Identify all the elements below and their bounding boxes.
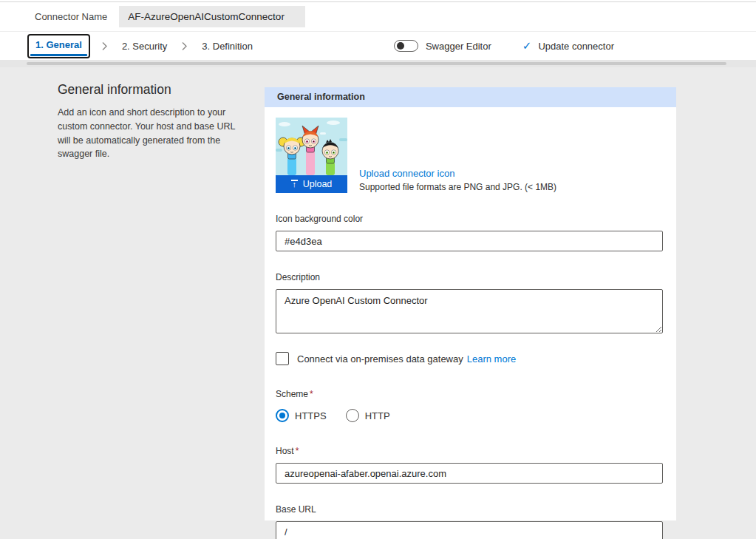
tab-general[interactable]: 1. General xyxy=(27,34,90,58)
panel-body: ↑ Upload Upload connector icon Supported… xyxy=(265,107,676,539)
tab-security[interactable]: 2. Security xyxy=(119,36,170,56)
toggle-knob xyxy=(397,42,404,50)
description-label: Description xyxy=(276,272,663,282)
base-url-field: Base URL xyxy=(276,504,663,539)
icon-upload-row: ↑ Upload Upload connector icon Supported… xyxy=(276,118,663,193)
gateway-label: Connect via on-premises data gateway xyxy=(297,353,463,365)
connector-editor-app: Connector Name 1. General 2. Security 3.… xyxy=(0,0,756,539)
learn-more-link[interactable]: Learn more xyxy=(467,353,516,365)
active-tab-underline xyxy=(30,54,87,56)
scheme-https-label: HTTPS xyxy=(295,410,327,421)
update-connector-label: Update connector xyxy=(538,41,614,52)
swagger-editor-label: Swagger Editor xyxy=(426,41,491,52)
scheme-option-https[interactable]: HTTPS xyxy=(276,409,327,422)
scheme-field: Scheme* HTTPS HTTP xyxy=(276,389,663,422)
connector-name-label: Connector Name xyxy=(35,11,107,22)
icon-background-color-label: Icon background color xyxy=(276,214,663,224)
swagger-editor-toggle[interactable] xyxy=(394,40,418,52)
section-description: Add an icon and short description to you… xyxy=(58,106,244,161)
main-content: General information Add an icon and shor… xyxy=(0,67,756,539)
required-marker: * xyxy=(310,389,313,399)
update-connector-button[interactable]: ✓ Update connector xyxy=(522,39,614,52)
section-title: General information xyxy=(58,82,244,98)
host-field: Host* xyxy=(276,446,663,484)
horizontal-scrollbar xyxy=(0,60,756,67)
checkmark-icon: ✓ xyxy=(522,39,532,52)
scheme-options: HTTPS HTTP xyxy=(276,409,663,422)
required-marker: * xyxy=(296,446,299,456)
scheme-option-http[interactable]: HTTP xyxy=(346,409,390,422)
description-textarea[interactable]: Azure OpenAI Custom Connector xyxy=(276,289,663,333)
scheme-label: Scheme* xyxy=(276,389,663,399)
base-url-input[interactable] xyxy=(276,521,663,539)
upload-button[interactable]: ↑ Upload xyxy=(276,175,347,193)
radio-unselected-icon xyxy=(346,409,359,422)
connector-name-bar: Connector Name xyxy=(0,2,756,32)
host-input[interactable] xyxy=(276,463,663,484)
upload-arrow-icon: ↑ xyxy=(291,180,298,189)
upload-button-label: Upload xyxy=(303,179,333,189)
upload-connector-icon-link[interactable]: Upload connector icon xyxy=(359,168,556,179)
connector-icon-image xyxy=(276,118,347,175)
gateway-checkbox[interactable] xyxy=(276,352,289,365)
description-field: Description Azure OpenAI Custom Connecto… xyxy=(276,272,663,336)
scheme-http-label: HTTP xyxy=(365,410,390,421)
upload-help: Upload connector icon Supported file for… xyxy=(359,168,556,193)
chevron-right-icon xyxy=(101,41,108,51)
navbar-actions: Swagger Editor ✓ Update connector xyxy=(394,39,614,52)
general-information-panel: General information xyxy=(265,87,676,521)
wizard-tabs: 1. General 2. Security 3. Definition xyxy=(27,34,256,58)
gateway-row: Connect via on-premises data gateway Lea… xyxy=(276,352,663,365)
icon-background-color-input[interactable] xyxy=(276,231,663,251)
horizontal-scrollbar-thumb[interactable] xyxy=(27,62,726,65)
tab-definition[interactable]: 3. Definition xyxy=(199,36,256,56)
section-intro: General information Add an icon and shor… xyxy=(58,82,244,539)
base-url-label: Base URL xyxy=(276,504,663,515)
host-label: Host* xyxy=(276,446,663,456)
connector-name-input[interactable] xyxy=(119,6,305,27)
icon-background-color-field: Icon background color xyxy=(276,214,663,251)
chevron-right-icon xyxy=(181,41,188,51)
panel-header: General information xyxy=(265,87,676,107)
tab-general-label: 1. General xyxy=(35,39,82,50)
supported-formats-caption: Supported file formats are PNG and JPG. … xyxy=(359,182,556,192)
connector-icon-tile[interactable]: ↑ Upload xyxy=(276,118,347,193)
radio-selected-icon xyxy=(276,409,289,422)
wizard-navbar: 1. General 2. Security 3. Definition Swa… xyxy=(0,32,756,60)
